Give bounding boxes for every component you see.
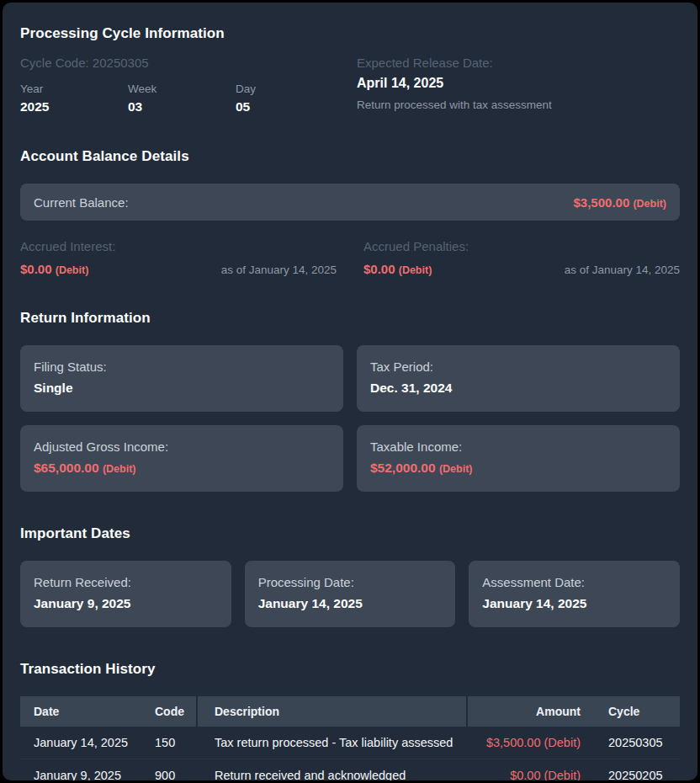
current-balance-debit-tag: (Debit) xyxy=(633,198,666,210)
tax-period-label: Tax Period: xyxy=(370,360,666,374)
accrued-penalties-block: Accrued Penalties: $0.00 (Debit) as of J… xyxy=(363,239,680,276)
expected-release-block: Expected Release Date: April 14, 2025 Re… xyxy=(357,56,680,115)
accrued-interest-amount: $0.00 (Debit) xyxy=(20,262,88,276)
processing-date-label: Processing Date: xyxy=(258,575,443,589)
column-header-code: Code xyxy=(155,705,196,718)
tax-account-panel: Processing Cycle Information Cycle Code:… xyxy=(3,3,697,780)
transaction-history-title: Transaction History xyxy=(20,661,680,678)
taxable-income-label: Taxable Income: xyxy=(370,439,666,454)
important-dates-title: Important Dates xyxy=(20,525,680,542)
accrued-interest-value: $0.00 xyxy=(20,262,52,276)
day-value: 05 xyxy=(236,99,343,115)
agi-value: $65,000.00 (Debit) xyxy=(34,461,330,476)
return-information-section: Return Information Filing Status: Single… xyxy=(20,310,680,492)
accrued-penalties-asof: as of January 14, 2025 xyxy=(565,264,680,276)
tax-period-value: Dec. 31, 2024 xyxy=(370,381,666,396)
filing-status-card: Filing Status: Single xyxy=(20,345,343,412)
tx-date: January 14, 2025 xyxy=(20,736,155,749)
tx-amount: $0.00 (Debit) xyxy=(468,769,581,781)
tx-code: 900 xyxy=(155,769,196,781)
tx-date: January 9, 2025 xyxy=(20,769,155,781)
transaction-table: Date Code Description Amount Cycle Janua… xyxy=(20,696,680,780)
agi-label: Adjusted Gross Income: xyxy=(34,439,330,454)
processing-cycle-title: Processing Cycle Information xyxy=(20,25,680,42)
column-header-date: Date xyxy=(20,705,155,718)
current-balance-label: Current Balance: xyxy=(34,195,129,210)
assessment-date-label: Assessment Date: xyxy=(482,575,666,589)
cycle-code-block: Cycle Code: 20250305 Year 2025 Week 03 D… xyxy=(20,56,343,115)
expected-release-note: Return processed with tax assessment xyxy=(357,99,680,111)
return-received-value: January 9, 2025 xyxy=(34,596,218,611)
accrued-interest-label: Accrued Interest: xyxy=(20,239,337,253)
processing-cycle-section: Processing Cycle Information Cycle Code:… xyxy=(20,25,680,115)
column-header-amount: Amount xyxy=(468,705,581,718)
transaction-history-section: Transaction History Date Code Descriptio… xyxy=(20,661,680,780)
return-information-title: Return Information xyxy=(20,310,680,327)
account-balance-title: Account Balance Details xyxy=(20,148,680,165)
tx-description: Return received and acknowledged xyxy=(196,769,468,781)
table-row: January 9, 2025 900 Return received and … xyxy=(20,759,680,780)
expected-release-label: Expected Release Date: xyxy=(357,56,680,70)
agi-debit-tag: (Debit) xyxy=(103,463,136,475)
cycle-day: Day 05 xyxy=(236,83,343,115)
taxable-income-value: $52,000.00 (Debit) xyxy=(370,461,666,476)
taxable-income-card: Taxable Income: $52,000.00 (Debit) xyxy=(357,425,680,492)
agi-amount: $65,000.00 xyxy=(34,461,99,475)
assessment-date-value: January 14, 2025 xyxy=(482,596,666,611)
return-received-label: Return Received: xyxy=(34,575,218,589)
tx-cycle: 20250205 xyxy=(581,769,680,781)
processing-date-value: January 14, 2025 xyxy=(258,596,443,611)
transaction-table-header: Date Code Description Amount Cycle xyxy=(20,696,680,727)
filing-status-value: Single xyxy=(34,381,330,396)
taxable-income-amount: $52,000.00 xyxy=(370,461,436,475)
week-value: 03 xyxy=(128,99,236,115)
accrued-penalties-value: $0.00 xyxy=(363,262,395,276)
accrued-penalties-amount: $0.00 (Debit) xyxy=(363,262,432,276)
column-header-cycle: Cycle xyxy=(581,705,680,718)
tx-description: Tax return processed - Tax liability ass… xyxy=(196,736,468,749)
cycle-year: Year 2025 xyxy=(20,83,128,115)
account-balance-section: Account Balance Details Current Balance:… xyxy=(20,148,680,276)
expected-release-date: April 14, 2025 xyxy=(357,76,680,91)
processing-date-card: Processing Date: January 14, 2025 xyxy=(245,561,456,627)
tax-period-card: Tax Period: Dec. 31, 2024 xyxy=(357,345,680,412)
tx-amount: $3,500.00 (Debit) xyxy=(468,736,581,749)
current-balance-amount: $3,500.00 (Debit) xyxy=(574,195,666,210)
tx-cycle: 20250305 xyxy=(581,736,680,749)
agi-card: Adjusted Gross Income: $65,000.00 (Debit… xyxy=(20,425,343,492)
important-dates-section: Important Dates Return Received: January… xyxy=(20,525,680,627)
week-label: Week xyxy=(128,83,236,95)
accrued-interest-debit-tag: (Debit) xyxy=(56,264,89,276)
accrued-penalties-debit-tag: (Debit) xyxy=(399,264,432,276)
accrued-interest-asof: as of January 14, 2025 xyxy=(221,264,337,276)
current-balance-bar: Current Balance: $3,500.00 (Debit) xyxy=(20,184,680,221)
day-label: Day xyxy=(236,83,343,95)
assessment-date-card: Assessment Date: January 14, 2025 xyxy=(469,561,680,627)
accrued-interest-block: Accrued Interest: $0.00 (Debit) as of Ja… xyxy=(20,239,337,276)
taxable-income-debit-tag: (Debit) xyxy=(439,463,473,475)
year-value: 2025 xyxy=(20,99,128,115)
current-balance-value: $3,500.00 xyxy=(574,195,630,210)
year-label: Year xyxy=(20,83,128,95)
filing-status-label: Filing Status: xyxy=(34,360,330,374)
column-header-description: Description xyxy=(196,696,468,727)
cycle-code: Cycle Code: 20250305 xyxy=(20,56,343,70)
return-received-card: Return Received: January 9, 2025 xyxy=(20,561,231,627)
accrued-penalties-label: Accrued Penalties: xyxy=(363,239,680,253)
tx-code: 150 xyxy=(155,736,196,749)
table-row: January 14, 2025 150 Tax return processe… xyxy=(20,727,680,759)
cycle-week: Week 03 xyxy=(128,83,236,115)
